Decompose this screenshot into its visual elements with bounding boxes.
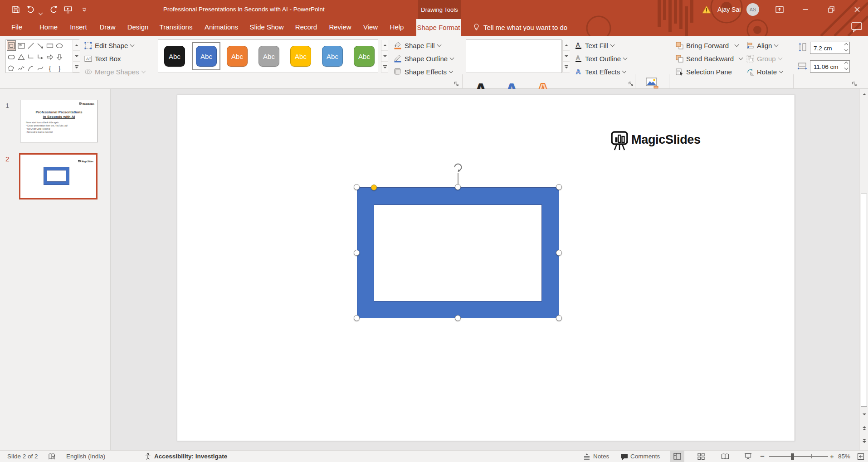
tab-review[interactable]: Review [329,23,351,31]
shape-style-swatch[interactable]: Abc [164,46,185,67]
styles-scroll-up[interactable] [381,40,388,51]
resize-handle-e[interactable] [556,250,562,256]
resize-handle-sw[interactable] [354,315,360,321]
tab-view[interactable]: View [363,23,378,31]
scroll-down-button[interactable] [860,410,868,419]
edit-shape-button[interactable]: Edit Shape [84,40,134,50]
shape-style-swatch[interactable]: Abc [354,46,375,67]
resize-handle-se[interactable] [556,315,562,321]
slide-show-button[interactable] [741,451,755,462]
redo-icon[interactable] [49,5,58,14]
shape-arrow[interactable] [36,40,45,51]
shape-style-swatch[interactable]: Abc [290,46,311,67]
normal-view-button[interactable] [670,451,684,462]
accessibility-status[interactable]: Accessibility: Investigate [154,451,227,462]
zoom-in-button[interactable]: + [830,451,834,462]
width-step-up[interactable] [844,62,848,65]
shape-curve[interactable] [36,63,45,73]
shape-triangle[interactable] [17,52,26,62]
resize-handle-n[interactable] [455,184,461,190]
shape-outline-button[interactable]: Shape Outline [394,53,454,63]
warning-icon[interactable] [702,5,711,14]
user-name[interactable]: Ajay Sai [717,6,741,13]
tab-shape-format[interactable]: Shape Format [416,19,461,36]
tab-draw[interactable]: Draw [99,23,115,31]
shape-effects-button[interactable]: Shape Effects [394,67,453,77]
rotate-button[interactable]: Rotate [746,67,783,77]
scrollbar-thumb[interactable] [861,194,867,407]
frame-shape[interactable] [357,187,559,318]
tab-design[interactable]: Design [127,23,149,31]
resize-handle-nw[interactable] [354,184,360,190]
align-button[interactable]: Align [746,40,778,50]
width-step-down[interactable] [844,66,848,70]
shape-elbow-connector[interactable] [26,52,35,62]
tab-record[interactable]: Record [295,23,317,31]
wordart-gallery-more[interactable] [563,62,570,73]
undo-icon[interactable] [27,5,35,14]
tab-insert[interactable]: Insert [70,23,87,31]
selection-pane-button[interactable]: Selection Pane [676,67,732,77]
spell-check-icon[interactable] [48,453,56,460]
shape-oval[interactable] [55,40,64,51]
wordart-scroll-down[interactable] [563,51,570,62]
shape-arrow-right[interactable] [45,52,54,62]
previous-slide-button[interactable] [860,423,868,433]
wordart-dialog-launcher[interactable] [628,81,634,87]
resize-handle-w[interactable] [354,250,360,256]
resize-handle-s[interactable] [455,315,461,321]
slide-indicator[interactable]: Slide 2 of 2 [7,451,38,462]
reading-view-button[interactable] [718,451,732,462]
shapes-scroll-up[interactable] [73,40,80,51]
next-slide-button[interactable] [860,436,868,445]
height-step-up[interactable] [844,43,848,47]
shape-height-input[interactable] [813,43,842,53]
shape-style-swatch-selected[interactable]: Abc [196,46,217,67]
shape-style-swatch[interactable]: Abc [258,46,279,67]
bring-forward-button[interactable]: Bring Forward [676,40,738,50]
shape-arc[interactable] [26,63,35,73]
shapes-gallery-more[interactable] [73,62,80,73]
height-step-down[interactable] [844,48,848,51]
adjust-handle-yellow[interactable] [371,185,377,190]
shape-style-swatch[interactable]: Abc [227,46,248,67]
send-backward-button[interactable]: Send Backward [676,53,742,63]
shape-frame[interactable] [7,40,16,51]
scroll-up-button[interactable] [860,90,868,99]
tab-animations[interactable]: Animations [205,23,238,31]
shape-styles-dialog-launcher[interactable] [454,81,459,87]
slide-2-thumbnail-selected[interactable]: MagicSlides [19,153,98,199]
rotate-handle[interactable] [452,161,464,173]
text-outline-button[interactable]: A Text Outline [575,53,627,63]
slide-1-thumbnail[interactable]: MagicSlides Professional Presentations i… [20,100,98,142]
shape-elbow-arrow-connector[interactable] [36,52,45,62]
resize-handle-ne[interactable] [556,184,562,190]
styles-scroll-down[interactable] [381,51,388,62]
canvas-scrollbar[interactable] [859,89,868,450]
start-slideshow-icon[interactable] [64,5,72,14]
zoom-slider-thumb[interactable] [791,453,794,460]
shape-right-brace[interactable]: } [55,63,64,73]
save-icon[interactable] [12,5,20,14]
shapes-scroll-down[interactable] [73,51,80,62]
restore-button[interactable] [827,5,836,14]
text-box-button[interactable]: A Text Box [84,53,121,63]
shape-scribble[interactable] [17,63,26,73]
text-effects-button[interactable]: A Text Effects [575,67,626,77]
zoom-slider-track[interactable] [769,456,828,457]
zoom-out-button[interactable]: − [760,451,765,462]
comments-toggle[interactable]: Comments [630,451,660,462]
shape-arrow-down[interactable] [55,52,64,62]
slide-sorter-view-button[interactable] [694,451,708,462]
styles-gallery-more[interactable] [381,62,388,73]
ribbon-display-options-icon[interactable] [775,5,784,14]
shape-width-input[interactable] [813,62,842,72]
notes-toggle[interactable]: Notes [593,451,609,462]
share-comment-icon[interactable] [851,22,863,33]
shape-rounded-rectangle[interactable] [7,52,16,62]
wordart-scroll-up[interactable] [563,40,570,51]
language-indicator[interactable]: English (India) [66,451,105,462]
shape-left-brace[interactable]: { [45,63,54,73]
shape-freeform[interactable] [7,63,16,73]
fit-slide-to-window-icon[interactable] [857,453,864,460]
